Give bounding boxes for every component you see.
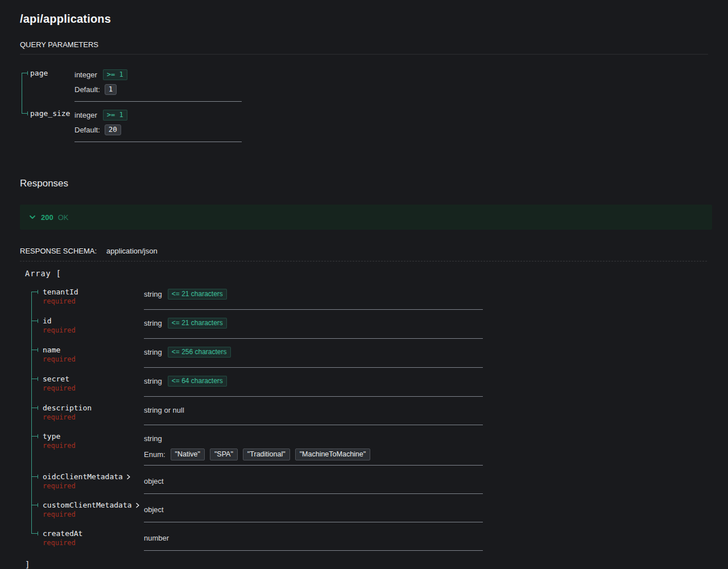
schema-field-row: secret required string <= 64 characters [20,373,712,402]
query-parameters-heading: QUERY PARAMETERS [20,40,708,55]
field-name-cell: name required [20,344,144,373]
field-name-expandable[interactable]: customClientMetadata [43,500,144,510]
field-name: oidcClientMetadata [43,472,123,481]
enum-value-badge: "Traditional" [243,448,290,460]
tree-rail [31,471,32,500]
field-name-expandable[interactable]: oidcClientMetadata [43,472,144,481]
field-name-cell: secret required [20,373,144,402]
constraint-badge: <= 21 characters [168,289,227,300]
param-type: integer [75,111,97,119]
field-detail-cell: string or null [144,402,483,431]
required-badge: required [43,326,144,335]
row-divider [75,142,242,142]
param-name: page_size [20,108,75,118]
row-divider [144,522,483,522]
required-badge: required [43,510,144,519]
field-name: createdAt [43,529,144,538]
field-type: string [144,290,162,298]
schema-field-row: oidcClientMetadata required object [20,471,712,500]
tree-branch [31,292,38,292]
enum-value-badge: "SPA" [210,448,238,460]
enum-value-badge: "MachineToMachine" [295,448,371,460]
tree-branch [22,73,28,73]
field-detail-cell: object [144,471,483,500]
row-divider [144,465,483,466]
field-type: string [144,434,162,443]
required-badge: required [43,442,144,450]
constraint-badge: <= 64 characters [168,376,227,387]
field-name: tenantId [43,287,144,297]
response-200-toggle[interactable]: 200 OK [20,205,712,230]
tree-branch [31,436,38,437]
row-divider [144,425,483,425]
default-value-badge: 20 [105,124,121,135]
status-code: 200 [41,213,53,222]
tree-rail [31,292,32,315]
responses-heading: Responses [20,178,712,189]
tree-branch [31,379,38,379]
field-name-cell: description required [20,402,144,431]
param-name-cell: page_size [20,108,75,148]
default-label: Default: [75,85,100,94]
row-divider [144,367,483,368]
tree-branch [31,476,38,477]
query-param-row: page_size integer >= 1 Default: 20 [20,108,712,148]
field-name: name [43,345,144,355]
tree-rail [31,528,32,533]
row-divider [144,550,483,551]
schema-field-row: customClientMetadata required object [20,500,712,528]
tree-rail [31,402,32,431]
response-schema-label: RESPONSE SCHEMA: [20,247,97,255]
tree-branch [31,533,38,534]
tree-rail [31,373,32,402]
tree-rail [31,315,32,344]
schema-field-row: id required string <= 21 characters [20,315,712,344]
field-name: customClientMetadata [43,500,132,510]
constraint-badge: >= 1 [103,110,127,121]
field-detail-cell: string <= 256 characters [144,344,483,373]
field-type: object [144,505,164,514]
row-divider [144,309,483,310]
endpoint-title: /api/applications [20,13,712,26]
default-value-badge: 1 [105,84,117,95]
api-doc-page: /api/applications QUERY PARAMETERS page … [0,0,728,569]
field-name-cell: tenantId required [20,286,144,315]
row-divider [144,493,483,494]
required-badge: required [43,355,144,364]
field-name: id [43,316,144,326]
tree-rail [22,73,22,108]
field-name: secret [43,374,144,384]
field-name-cell: oidcClientMetadata required [20,471,144,500]
constraint-badge: >= 1 [103,69,127,80]
param-detail-cell: integer >= 1 Default: 20 [75,108,712,148]
field-detail-cell: string <= 64 characters [144,373,483,402]
field-detail-cell: number [144,528,483,556]
field-type: string [144,319,162,327]
required-badge: required [43,482,144,491]
tree-branch [22,113,28,114]
field-type: number [144,534,169,542]
enum-value-badge: "Native" [171,448,205,460]
tree-rail [31,344,32,373]
tree-branch [31,505,38,505]
field-name: type [43,431,144,441]
chevron-right-icon [135,502,140,508]
field-name-cell: type required [20,431,144,471]
field-detail-cell: string <= 21 characters [144,315,483,344]
schema-field-row: tenantId required string <= 21 character… [20,286,712,315]
tree-rail [22,108,22,113]
enum-line: Enum: "Native" "SPA" "Traditional" "Mach… [144,448,483,460]
field-detail-cell: object [144,500,483,528]
param-name-cell: page [20,68,75,108]
chevron-down-icon [28,213,36,221]
array-open-bracket: Array [ [25,269,712,278]
schema-field-row: name required string <= 256 characters [20,344,712,373]
constraint-badge: <= 21 characters [168,318,227,329]
schema-field-row: description required string or null [20,402,712,431]
field-name-cell: id required [20,315,144,344]
param-type: integer [75,70,97,79]
tree-rail [31,431,32,471]
tree-branch [31,350,38,350]
status-text: OK [58,213,69,222]
enum-label: Enum: [144,450,166,459]
